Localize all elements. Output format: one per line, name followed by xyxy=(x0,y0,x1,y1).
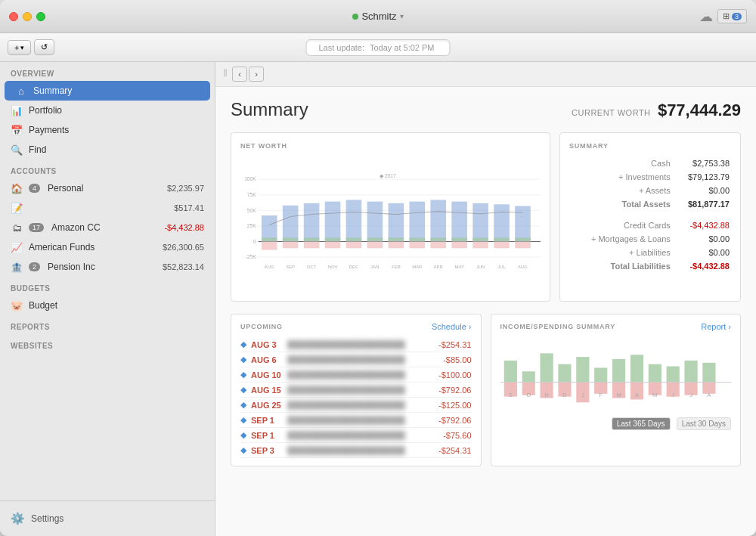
upcoming-item[interactable]: ◆ SEP 3 ████████████████████ -$254.31 xyxy=(240,443,472,458)
refresh-button[interactable]: ↺ xyxy=(34,39,54,55)
summary-panel: SUMMARY Cash $2,753.38 + Investments $79… xyxy=(559,132,741,302)
sidebar-item-personal2[interactable]: 📝 $517.41 xyxy=(0,198,215,218)
content-body: Summary CURRENT WORTH $77,444.29 NET WOR… xyxy=(215,87,756,536)
upcoming-item[interactable]: ◆ SEP 1 ████████████████████ -$792.06 xyxy=(240,413,472,428)
personal-label: Personal xyxy=(48,183,83,194)
personal-amount: $2,235.97 xyxy=(167,184,204,193)
net-worth-panel: NET WORTH 100K 75K 50K 25K 0 -25K xyxy=(231,132,550,302)
svg-text:JUL: JUL xyxy=(497,265,506,269)
schedule-link[interactable]: Schedule › xyxy=(432,322,472,331)
upcoming-date: AUG 25 xyxy=(251,401,283,410)
svg-text:0: 0 xyxy=(253,239,256,244)
upcoming-list: ◆ AUG 3 ████████████████████ -$254.31 ◆ … xyxy=(240,337,472,458)
upcoming-item[interactable]: ◆ AUG 10 ████████████████████ -$100.00 xyxy=(240,367,472,383)
payments-label: Payments xyxy=(29,125,69,135)
sidebar-item-american-funds[interactable]: 📈 American Funds $26,300.65 xyxy=(0,237,215,257)
last-update-time: Today at 5:02 PM xyxy=(370,43,435,52)
badge-button[interactable]: ⊞ 3 xyxy=(717,9,747,23)
status-dot xyxy=(352,14,358,20)
minimize-button[interactable] xyxy=(23,12,32,21)
chevron-icon: ▾ xyxy=(20,44,24,51)
svg-text:O: O xyxy=(526,392,531,398)
fullscreen-button[interactable] xyxy=(36,12,45,21)
upcoming-amount: -$792.06 xyxy=(438,416,471,425)
svg-rect-42 xyxy=(451,242,467,249)
svg-rect-24 xyxy=(325,242,341,249)
websites-label: Websites xyxy=(0,334,215,353)
upcoming-item[interactable]: ◆ AUG 3 ████████████████████ -$254.31 xyxy=(240,337,472,352)
upcoming-amount: -$100.00 xyxy=(438,370,471,380)
find-label: Find xyxy=(29,144,46,155)
sidebar-item-personal[interactable]: 🏠 4 Personal $2,235.97 xyxy=(0,178,215,198)
add-button[interactable]: + ▾ xyxy=(8,40,31,55)
titlebar: Schmitz ▾ ☁ ⊞ 3 xyxy=(0,0,756,33)
last-365-button[interactable]: Last 365 Days xyxy=(612,417,671,430)
svg-rect-28 xyxy=(367,202,383,242)
svg-rect-43 xyxy=(472,203,488,242)
sidebar-item-pension[interactable]: 🏦 2 Pension Inc $52,823.14 xyxy=(0,257,215,277)
sidebar: Overview ⌂ Summary 📊 Portfolio 📅 Payment… xyxy=(0,62,215,536)
back-button[interactable]: ‹ xyxy=(232,67,247,82)
gear-icon: ⚙️ xyxy=(11,512,25,525)
bar-chart-svg: 100K 75K 50K 25K 0 -25K xyxy=(240,156,541,292)
sidebar-item-portfolio[interactable]: 📊 Portfolio xyxy=(0,101,215,120)
summary-label: Summary xyxy=(33,85,72,96)
svg-rect-30 xyxy=(367,242,383,249)
svg-text:AUG: AUG xyxy=(265,265,274,269)
close-button[interactable] xyxy=(9,12,18,21)
svg-rect-47 xyxy=(494,237,510,241)
svg-rect-83 xyxy=(666,367,679,383)
svg-rect-79 xyxy=(630,355,643,382)
sidebar-item-amazon[interactable]: 🗂 17 Amazon CC -$4,432.88 xyxy=(0,218,215,237)
current-worth-value: $77,444.29 xyxy=(658,101,741,119)
sidebar-item-summary[interactable]: ⌂ Summary xyxy=(5,81,210,101)
sidebar-item-payments[interactable]: 📅 Payments xyxy=(0,120,215,140)
svg-text:NOV: NOV xyxy=(328,265,338,269)
sidebar-item-find[interactable]: 🔍 Find xyxy=(0,140,215,160)
settings-item[interactable]: ⚙️ Settings xyxy=(11,509,204,528)
svg-rect-23 xyxy=(325,237,341,241)
pension-label: Pension Inc xyxy=(48,262,95,272)
svg-rect-17 xyxy=(283,237,299,241)
pension-icon: 🏦 xyxy=(11,261,23,273)
upcoming-desc: ████████████████████ xyxy=(287,431,438,440)
upcoming-date: SEP 1 xyxy=(251,431,283,440)
upcoming-desc: ████████████████████ xyxy=(287,386,434,395)
reports-label: Reports xyxy=(0,315,215,334)
forward-button[interactable]: › xyxy=(249,67,264,82)
svg-rect-81 xyxy=(648,364,661,383)
svg-rect-44 xyxy=(472,237,488,241)
upcoming-arrow: ◆ xyxy=(240,400,246,410)
sidebar-item-budget[interactable]: 🐷 Budget xyxy=(0,296,215,315)
svg-text:N: N xyxy=(544,392,549,398)
net-worth-label: NET WORTH xyxy=(240,142,541,150)
svg-rect-85 xyxy=(684,361,697,383)
svg-rect-37 xyxy=(430,200,446,241)
dropdown-chevron[interactable]: ▾ xyxy=(400,12,404,20)
pension-amount: $52,823.14 xyxy=(163,262,204,271)
personal2-icon: 📝 xyxy=(11,202,23,214)
upcoming-item[interactable]: ◆ AUG 25 ████████████████████ -$125.00 xyxy=(240,398,472,413)
svg-rect-26 xyxy=(346,237,362,241)
cloud-icon[interactable]: ☁ xyxy=(699,8,713,25)
report-link[interactable]: Report › xyxy=(701,322,731,331)
upcoming-item[interactable]: ◆ AUG 6 ████████████████████ -$85.00 xyxy=(240,352,472,367)
toolbar: + ▾ ↺ Last update: Today at 5:02 PM xyxy=(0,33,756,62)
svg-rect-71 xyxy=(558,364,571,383)
upcoming-date: AUG 10 xyxy=(251,370,283,380)
income-panel: INCOME/SPENDING SUMMARY Report › xyxy=(491,314,742,466)
amazon-amount: -$4,432.88 xyxy=(164,223,204,232)
upcoming-arrow: ◆ xyxy=(240,385,246,395)
summary-row: Total Liabilities -$4,432.88 xyxy=(571,260,730,272)
svg-rect-25 xyxy=(346,200,362,241)
amazon-icon: 🗂 xyxy=(11,222,23,234)
upcoming-item[interactable]: ◆ AUG 15 ████████████████████ -$792.06 xyxy=(240,383,472,398)
upcoming-panel: UPCOMING Schedule › ◆ AUG 3 ████████████… xyxy=(231,314,482,466)
svg-text:F: F xyxy=(599,392,603,398)
svg-rect-67 xyxy=(522,371,534,382)
svg-text:◆ 2017: ◆ 2017 xyxy=(380,173,396,178)
last-30-button[interactable]: Last 30 Days xyxy=(677,417,731,430)
amazon-label: Amazon CC xyxy=(51,222,101,233)
upcoming-item[interactable]: ◆ SEP 1 ████████████████████ -$75.60 xyxy=(240,428,472,443)
summary-row: + Assets $0.00 xyxy=(571,184,730,197)
